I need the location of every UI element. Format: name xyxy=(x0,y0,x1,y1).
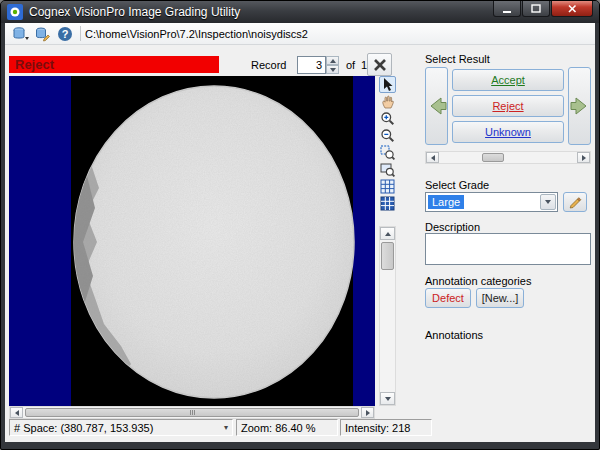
display-toolstrip xyxy=(379,76,396,212)
app-icon xyxy=(7,4,23,20)
grid-filled-tool-button[interactable] xyxy=(379,195,396,212)
pointer-icon xyxy=(380,77,395,92)
pointer-tool-button[interactable] xyxy=(379,76,396,93)
scroll-left-button[interactable] xyxy=(426,152,439,163)
client-area: ? C:\home\VisionPro\7.2\Inspection\noisy… xyxy=(5,23,595,442)
record-scroll-thumb[interactable] xyxy=(482,153,504,162)
database-edit-icon xyxy=(35,26,51,42)
grid-filled-icon xyxy=(380,196,395,211)
horizontal-scroll-thumb[interactable] xyxy=(25,408,359,417)
zoom-in-tool-button[interactable] xyxy=(379,110,396,127)
right-triangle-icon xyxy=(366,410,370,416)
caption-buttons xyxy=(492,1,593,17)
scroll-down-button[interactable] xyxy=(380,392,395,405)
delete-record-button[interactable] xyxy=(367,53,392,76)
image-vertical-scrollbar[interactable] xyxy=(379,226,396,406)
grid-icon xyxy=(380,179,395,194)
record-label: Record xyxy=(251,59,286,71)
up-triangle-icon xyxy=(385,232,391,236)
next-arrow-icon xyxy=(570,93,590,119)
help-icon: ? xyxy=(57,26,73,42)
close-button[interactable] xyxy=(551,1,593,17)
database-path: C:\home\VisionPro\7.2\Inspection\noisydi… xyxy=(85,28,308,40)
grade-combobox[interactable]: Large xyxy=(425,192,558,212)
scroll-right-button[interactable] xyxy=(361,407,374,418)
scroll-up-button[interactable] xyxy=(380,227,395,240)
annotations-label: Annotations xyxy=(425,329,483,341)
record-of-label: of xyxy=(346,59,355,71)
pan-tool-button[interactable] xyxy=(379,93,396,110)
grip-icon xyxy=(190,410,191,415)
save-database-button[interactable] xyxy=(32,24,54,43)
delete-record-icon xyxy=(371,56,389,74)
prev-arrow-icon xyxy=(427,93,447,119)
zoom-in-icon xyxy=(380,111,395,126)
edit-grade-icon xyxy=(568,195,582,209)
image-display[interactable] xyxy=(9,76,375,406)
main-toolbar: ? C:\home\VisionPro\7.2\Inspection\noisy… xyxy=(5,23,595,45)
scroll-left-button[interactable] xyxy=(10,407,23,418)
database-button[interactable] xyxy=(10,24,32,43)
grid-tool-button[interactable] xyxy=(379,178,396,195)
pan-icon xyxy=(380,94,395,109)
new-category-button[interactable]: [New...] xyxy=(476,288,524,308)
grip-icon xyxy=(192,410,193,415)
inspection-image xyxy=(9,76,375,406)
database-icon xyxy=(12,26,30,42)
down-triangle-icon xyxy=(330,68,336,72)
down-triangle-icon xyxy=(545,200,551,204)
zoom-label: Zoom: xyxy=(241,422,272,434)
next-record-button[interactable] xyxy=(568,67,591,145)
space-label: # Space: xyxy=(14,422,57,434)
scroll-right-button[interactable] xyxy=(577,152,590,163)
zoom-out-icon xyxy=(380,128,395,143)
record-spin-up-button[interactable] xyxy=(326,56,339,65)
zoom-window-tool-button[interactable] xyxy=(379,144,396,161)
defect-category-button[interactable]: Defect xyxy=(425,288,471,308)
window-title: Cognex VisionPro Image Grading Utility xyxy=(29,5,240,19)
app-window: Cognex VisionPro Image Grading Utility xyxy=(0,0,600,450)
intensity-value: 218 xyxy=(392,422,410,434)
down-triangle-icon xyxy=(385,397,391,401)
grip-icon xyxy=(194,410,195,415)
minimize-icon xyxy=(499,2,515,16)
close-icon xyxy=(564,2,580,16)
left-triangle-icon xyxy=(15,410,19,416)
record-spin-buttons xyxy=(326,56,339,74)
description-input[interactable] xyxy=(425,233,591,265)
annotation-categories-label: Annotation categories xyxy=(425,275,531,287)
help-button[interactable]: ? xyxy=(54,24,76,43)
maximize-icon xyxy=(528,2,544,16)
record-number-input[interactable]: 3 xyxy=(297,56,326,74)
description-label: Description xyxy=(425,221,480,233)
zoom-status: Zoom: 86.40 % xyxy=(236,419,338,436)
select-grade-label: Select Grade xyxy=(425,179,489,191)
reject-button[interactable]: Reject xyxy=(452,95,564,117)
previous-record-button[interactable] xyxy=(425,67,448,145)
record-position-scrollbar[interactable] xyxy=(425,151,591,164)
left-triangle-icon xyxy=(431,155,435,161)
coordinate-space-dropdown[interactable]: # Space: (380.787, 153.935) ▾ xyxy=(9,419,233,436)
maximize-button[interactable] xyxy=(522,1,550,17)
combo-dropdown-button[interactable] xyxy=(540,194,556,210)
accept-button[interactable]: Accept xyxy=(452,69,564,91)
right-triangle-icon xyxy=(582,155,586,161)
up-triangle-icon xyxy=(330,59,336,63)
zoom-window-icon xyxy=(380,145,395,160)
minimize-button[interactable] xyxy=(493,1,521,17)
unknown-button[interactable]: Unknown xyxy=(452,121,564,143)
image-horizontal-scrollbar[interactable] xyxy=(9,406,375,419)
svg-text:?: ? xyxy=(62,28,69,40)
space-value: (380.787, 153.935) xyxy=(60,422,153,434)
record-spinner: 3 xyxy=(297,56,339,74)
select-result-label: Select Result xyxy=(425,53,490,65)
zoom-out-tool-button[interactable] xyxy=(379,127,396,144)
coordinate-space-dropdown-icon: ▾ xyxy=(224,423,228,432)
toolbar-separator xyxy=(80,26,81,41)
vertical-scroll-thumb[interactable] xyxy=(381,242,394,270)
record-spin-down-button[interactable] xyxy=(326,65,339,74)
intensity-status: Intensity: 218 xyxy=(340,419,432,436)
zoom-fit-tool-button[interactable] xyxy=(379,161,396,178)
edit-grades-button[interactable] xyxy=(563,192,587,212)
zoom-fit-icon xyxy=(380,162,395,177)
